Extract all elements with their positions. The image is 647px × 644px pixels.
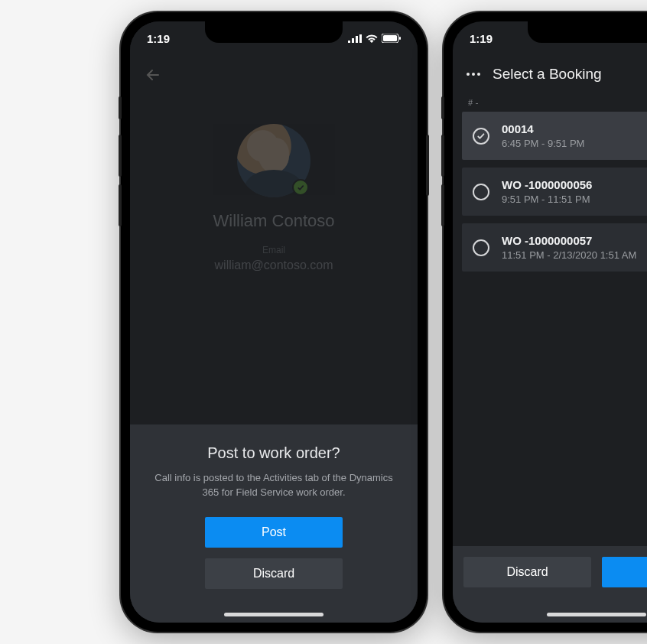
battery-icon — [382, 34, 401, 43]
more-menu-icon[interactable] — [467, 73, 480, 76]
radio-icon — [473, 239, 489, 256]
sheet-description: Call info is posted to the Activities ta… — [145, 471, 402, 500]
status-time: 1:19 — [147, 32, 170, 45]
booking-time: 6:45 PM - 9:51 PM — [502, 138, 584, 149]
footer-bar: Discard — [453, 546, 647, 623]
confirm-button[interactable] — [602, 557, 647, 587]
status-icons — [348, 34, 401, 43]
booking-time: 9:51 PM - 11:51 PM — [502, 194, 592, 205]
screen-right: 1:19 Select a Booking # - 00014 6:45 PM … — [453, 21, 647, 623]
screen-left: 1:19 William Contoso Email wil — [130, 21, 418, 623]
profile-name: William Contoso — [213, 211, 335, 231]
action-sheet: Post to work order? Call info is posted … — [130, 424, 418, 623]
list-header: # - — [453, 96, 647, 112]
booking-list: 00014 6:45 PM - 9:51 PM WO -1000000056 9… — [453, 112, 647, 279]
radio-selected-icon — [473, 128, 489, 145]
booking-time: 11:51 PM - 2/13/2020 1:51 AM — [502, 249, 636, 261]
booking-title: WO -1000000056 — [502, 178, 592, 191]
profile-email-label: Email — [262, 245, 285, 255]
notch — [528, 21, 647, 43]
profile-section: William Contoso Email william@contoso.co… — [130, 124, 418, 272]
home-indicator[interactable] — [224, 613, 324, 616]
post-button[interactable]: Post — [205, 517, 343, 548]
discard-button[interactable]: Discard — [463, 557, 591, 587]
svg-rect-2 — [399, 37, 401, 40]
svg-rect-1 — [383, 35, 397, 41]
phone-right: 1:19 Select a Booking # - 00014 6:45 PM … — [444, 12, 647, 632]
wifi-icon — [366, 34, 378, 43]
booking-title: 00014 — [502, 122, 584, 135]
radio-icon — [473, 184, 489, 200]
sheet-title: Post to work order? — [145, 444, 402, 462]
booking-item[interactable]: 00014 6:45 PM - 9:51 PM — [462, 112, 647, 160]
back-icon[interactable] — [144, 66, 162, 87]
discard-button[interactable]: Discard — [205, 558, 343, 589]
home-indicator[interactable] — [547, 613, 646, 616]
booking-item[interactable]: WO -1000000056 9:51 PM - 11:51 PM — [462, 168, 647, 216]
notch — [205, 21, 343, 43]
avatar-wrap — [237, 124, 310, 197]
phone-left: 1:19 William Contoso Email wil — [121, 12, 427, 632]
status-time: 1:19 — [470, 32, 493, 45]
cellular-icon — [348, 34, 362, 43]
booking-item[interactable]: WO -1000000057 11:51 PM - 2/13/2020 1:51… — [462, 223, 647, 272]
booking-title: WO -1000000057 — [502, 234, 636, 247]
presence-available-icon — [292, 179, 309, 196]
page-title: Select a Booking — [493, 66, 602, 83]
profile-email: william@contoso.com — [215, 259, 333, 272]
page-header: Select a Booking — [453, 55, 647, 96]
